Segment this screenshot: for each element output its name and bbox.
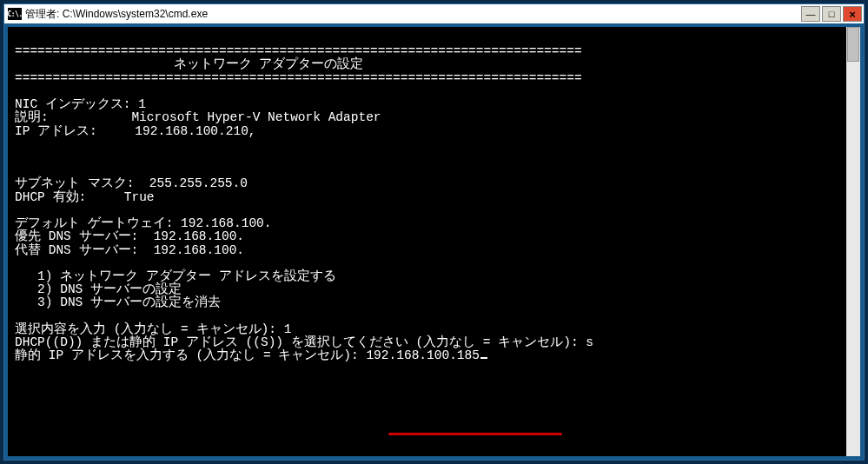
description-label: 説明:: [15, 110, 49, 124]
option-3: 3) DNS サーバーの設定を消去: [37, 295, 221, 309]
prompt-dhcp-static: DHCP((D)) または静的 IP アドレス ((S)) を選択してください …: [15, 335, 579, 349]
prompt-selection: 選択内容を入力 (入力なし = キャンセル):: [15, 322, 276, 336]
separator-bottom: ========================================…: [15, 71, 582, 85]
prompt-static-ip-input: 192.168.100.185: [366, 348, 480, 362]
subnet-label: サブネット マスク:: [15, 176, 134, 190]
prompt-static-ip: 静的 IP アドレスを入力する (入力なし = キャンセル):: [15, 348, 359, 362]
maximize-icon: □: [829, 10, 835, 19]
prompt-selection-input: 1: [284, 322, 292, 336]
minimize-button[interactable]: —: [801, 6, 820, 22]
dns1-value: 192.168.100.: [154, 229, 244, 243]
text-cursor: [480, 357, 487, 359]
console-output: ========================================…: [8, 27, 860, 456]
window-controls: — □ ×: [801, 6, 862, 22]
ip-address-value: 192.168.100.210,: [135, 124, 255, 138]
dns2-label: 代替 DNS サーバー:: [15, 243, 138, 257]
ip-address-label: IP アドレス:: [15, 124, 97, 138]
dns2-value: 192.168.100.: [154, 243, 244, 257]
dns1-label: 優先 DNS サーバー:: [15, 229, 138, 243]
dhcp-label: DHCP 有効:: [15, 190, 86, 204]
subnet-value: 255.255.255.0: [149, 176, 248, 190]
close-button[interactable]: ×: [843, 6, 862, 22]
minimize-icon: —: [806, 10, 816, 19]
highlight-underline-annotation: [388, 433, 562, 435]
console-area[interactable]: ========================================…: [8, 27, 860, 456]
option-1: 1) ネットワーク アダプター アドレスを設定する: [37, 269, 336, 283]
close-icon: ×: [849, 9, 856, 20]
config-header: ネットワーク アダプターの設定: [174, 57, 364, 71]
separator-top: ========================================…: [15, 44, 582, 58]
gateway-label: デフォルト ゲートウェイ:: [15, 216, 173, 230]
maximize-button[interactable]: □: [822, 6, 841, 22]
titlebar[interactable]: C:\. 管理者: C:\Windows\system32\cmd.exe — …: [4, 4, 864, 23]
dhcp-value: True: [124, 190, 155, 204]
option-2: 2) DNS サーバーの設定: [37, 282, 182, 296]
cmd-icon: C:\.: [8, 8, 22, 20]
description-value: Microsoft Hyper-V Network Adapter: [131, 110, 381, 124]
cmd-window: C:\. 管理者: C:\Windows\system32\cmd.exe — …: [3, 3, 865, 461]
window-title: 管理者: C:\Windows\system32\cmd.exe: [25, 7, 801, 22]
gateway-value: 192.168.100.: [181, 216, 271, 230]
scrollbar-thumb[interactable]: [847, 27, 859, 62]
nic-index-value: 1: [138, 97, 146, 111]
scrollbar[interactable]: [846, 27, 860, 456]
nic-index-label: NIC インデックス:: [15, 97, 131, 111]
prompt-dhcp-static-input: s: [586, 335, 593, 349]
